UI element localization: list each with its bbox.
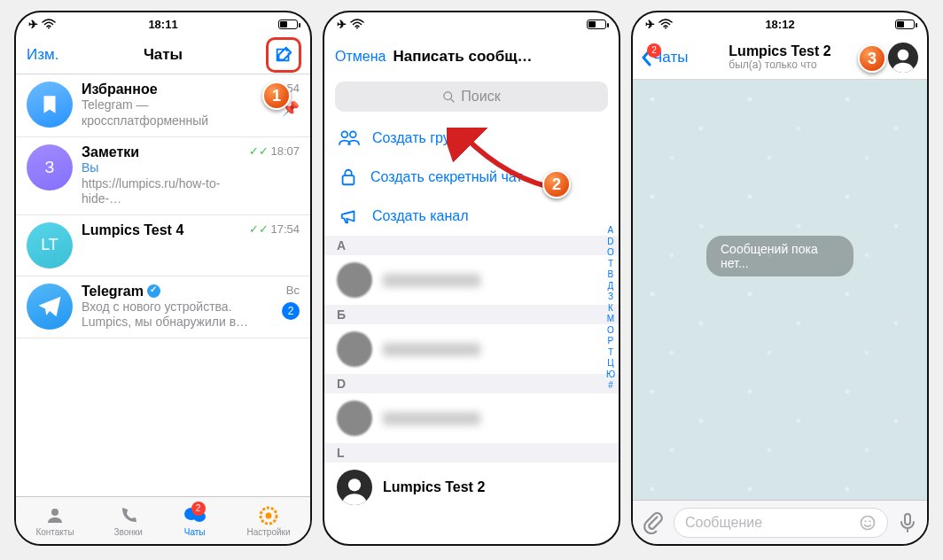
chat-name: Заметки — [82, 144, 240, 160]
contact-name-blurred — [383, 412, 480, 425]
status-time: 18:12 — [765, 18, 794, 31]
create-group-button[interactable]: Создать группу — [324, 119, 619, 158]
contact-row[interactable] — [324, 255, 619, 305]
contact-name: Lumpics Test 2 — [383, 479, 485, 495]
avatar-blurred — [337, 331, 372, 367]
action-label: Создать секретный чат — [370, 169, 523, 185]
index-letter[interactable]: Д — [608, 281, 614, 292]
lock-icon — [339, 167, 358, 187]
search-placeholder: Поиск — [461, 89, 500, 105]
chat-list[interactable]: Избранное Telegram — кроссплатформенный … — [16, 74, 310, 496]
index-letter[interactable]: Т — [608, 347, 613, 359]
tab-chats[interactable]: 2 Чаты — [183, 505, 207, 537]
avatar — [337, 470, 372, 505]
index-letter[interactable]: Т — [608, 259, 613, 270]
message-input[interactable]: Сообщение — [674, 508, 888, 538]
status-bar: ✈ — [324, 12, 619, 35]
index-letter[interactable]: Ц — [607, 358, 613, 369]
step-marker-2: 2 — [542, 170, 571, 198]
svg-point-13 — [665, 27, 666, 29]
contact-row[interactable] — [324, 324, 619, 374]
index-letter[interactable]: Р — [608, 336, 614, 347]
wifi-icon — [350, 19, 364, 29]
chat-preview: https://lumpics.ru/how-to-hide-… — [82, 176, 240, 207]
verified-icon — [147, 284, 160, 298]
svg-point-15 — [861, 516, 875, 529]
index-letter[interactable]: # — [608, 380, 613, 392]
section-header: L — [324, 443, 619, 463]
step-marker-1: 1 — [262, 82, 291, 110]
tab-label: Чаты — [184, 527, 206, 537]
battery-icon — [895, 19, 915, 29]
index-letter[interactable]: D — [607, 237, 613, 248]
index-letter[interactable]: М — [607, 314, 614, 325]
chat-avatar[interactable] — [888, 43, 918, 73]
chat-background: Сообщений пока нет... — [633, 80, 927, 500]
chat-subtitle: был(а) только что — [729, 58, 830, 71]
section-index[interactable]: АDОТВДЗКМОРТЦЮ# — [606, 225, 615, 392]
chat-name: Lumpics Test 4 — [82, 222, 240, 238]
chat-row[interactable]: З Заметки Вы https://lumpics.ru/how-to-h… — [16, 137, 310, 215]
input-bar: Сообщение — [633, 500, 927, 544]
index-letter[interactable]: З — [608, 292, 613, 303]
avatar: LT — [27, 222, 73, 268]
empty-chat-label: Сообщений пока нет... — [706, 236, 853, 276]
tab-label: Настройки — [247, 527, 291, 537]
status-bar: ✈ 18:11 — [16, 12, 310, 35]
tab-contacts[interactable]: Контакты — [35, 505, 74, 537]
contact-row[interactable] — [324, 393, 619, 443]
svg-point-5 — [266, 512, 272, 518]
tab-label: Контакты — [35, 527, 74, 537]
attach-icon[interactable] — [642, 511, 665, 534]
cancel-button[interactable]: Отмена — [335, 49, 386, 65]
compose-icon — [274, 45, 293, 65]
tab-calls[interactable]: Звонки — [113, 505, 142, 537]
edit-button[interactable]: Изм. — [27, 46, 58, 64]
bookmark-icon — [38, 93, 61, 116]
phone-empty-chat: ✈ 18:12 2 Чаты Lumpics Test 2 был(а) тол… — [631, 11, 929, 546]
compose-button[interactable] — [266, 37, 301, 73]
sticker-icon[interactable] — [859, 514, 877, 532]
nav-bar: Изм. Чаты — [16, 35, 310, 74]
mic-icon[interactable] — [897, 511, 918, 534]
chat-row[interactable]: LT Lumpics Test 4 ✓✓17:54 — [16, 215, 310, 276]
search-input[interactable]: Поиск — [335, 82, 608, 112]
index-letter[interactable]: Ю — [606, 369, 615, 381]
contact-name-blurred — [383, 343, 480, 356]
megaphone-icon — [339, 206, 360, 226]
avatar-blurred — [337, 262, 372, 298]
chat-preview: Вход с нового устройства. Lumpics, мы об… — [82, 299, 252, 331]
section-header: А — [324, 236, 619, 255]
svg-line-8 — [451, 98, 455, 102]
group-icon — [339, 128, 360, 148]
unread-badge: 2 — [282, 302, 300, 320]
index-letter[interactable]: О — [607, 247, 614, 259]
contact-row[interactable]: Lumpics Test 2 — [324, 463, 619, 512]
index-letter[interactable]: В — [608, 269, 614, 281]
avatar-telegram — [27, 284, 73, 330]
status-bar: ✈ 18:12 — [633, 12, 927, 35]
avatar: З — [27, 144, 73, 191]
person-icon — [890, 46, 916, 73]
person-icon — [339, 475, 370, 505]
nav-title: Написать сообщ… — [393, 48, 608, 66]
tab-bar: Контакты Звонки 2 Чаты Настройки — [16, 496, 310, 544]
svg-rect-11 — [343, 175, 355, 184]
action-label: Создать канал — [372, 208, 469, 224]
chat-title[interactable]: Lumpics Test 2 — [729, 43, 830, 59]
nav-bar: Отмена Написать сообщ… — [324, 35, 619, 78]
contacts-icon — [44, 505, 66, 526]
svg-point-17 — [869, 520, 870, 522]
chat-row[interactable]: Telegram Вход с нового устройства. Lumpi… — [16, 276, 310, 338]
svg-point-10 — [350, 131, 356, 137]
create-channel-button[interactable]: Создать канал — [324, 197, 619, 236]
chat-name: Telegram — [82, 284, 144, 299]
back-button[interactable]: 2 Чаты — [640, 49, 688, 66]
index-letter[interactable]: К — [608, 303, 613, 315]
action-label: Создать группу — [372, 130, 472, 146]
index-letter[interactable]: О — [607, 325, 614, 337]
tab-settings[interactable]: Настройки — [247, 505, 291, 537]
index-letter[interactable]: А — [608, 225, 614, 237]
svg-rect-18 — [905, 514, 910, 525]
create-secret-chat-button[interactable]: Создать секретный чат — [324, 158, 619, 197]
